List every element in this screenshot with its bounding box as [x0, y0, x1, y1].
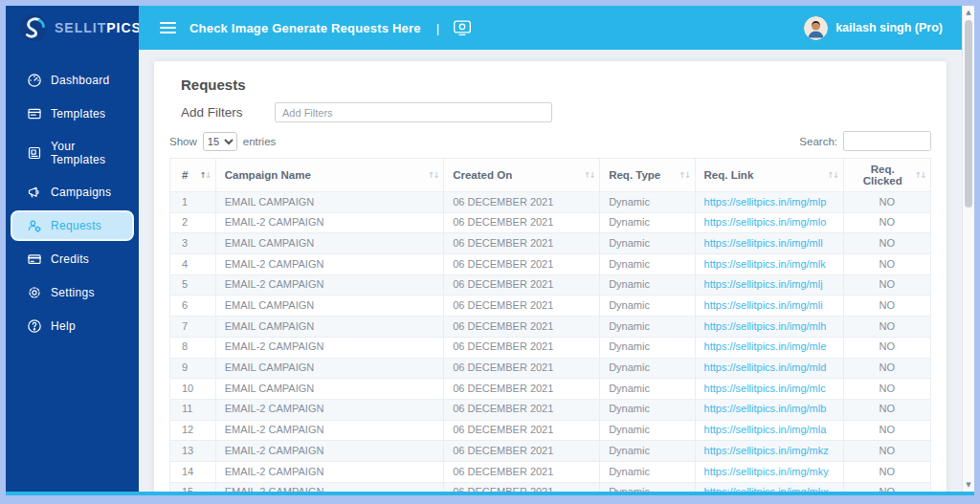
- user-menu[interactable]: kailash singh (Pro): [804, 16, 943, 40]
- row-number: 13: [170, 441, 216, 462]
- sidebar-item-templates[interactable]: Templates: [11, 99, 134, 129]
- vertical-scrollbar[interactable]: ▲ ▼: [962, 6, 974, 495]
- row-number: 7: [170, 317, 216, 338]
- table-row: 6EMAIL CAMPAIGN06 DECEMBER 2021Dynamicht…: [170, 296, 931, 317]
- scroll-up-icon[interactable]: ▲: [963, 7, 974, 18]
- image-generator-icon[interactable]: [453, 19, 472, 36]
- column-header[interactable]: #↑↓: [170, 159, 216, 192]
- row-number: 9: [170, 358, 216, 379]
- column-header[interactable]: Req. Link↑↓: [695, 159, 843, 192]
- sidebar-nav: DashboardTemplatesYour TemplatesCampaign…: [6, 65, 139, 344]
- req-link[interactable]: https://sellitpics.in/img/mlc: [704, 383, 826, 394]
- table-row: 3EMAIL CAMPAIGN06 DECEMBER 2021Dynamicht…: [170, 233, 931, 254]
- campaigns-icon: [27, 185, 42, 200]
- scrollbar-thumb[interactable]: [965, 20, 972, 208]
- campaign-name: EMAIL CAMPAIGN: [215, 317, 444, 338]
- req-link[interactable]: https://sellitpics.in/img/mlh: [704, 320, 827, 332]
- row-number: 2: [170, 212, 216, 233]
- req-link-cell: https://sellitpics.in/img/mli: [695, 296, 843, 317]
- sidebar-item-campaigns[interactable]: Campaigns: [11, 177, 134, 208]
- column-header[interactable]: Req. Clicked↑↓: [843, 159, 930, 192]
- campaign-name: EMAIL-2 CAMPAIGN: [215, 274, 444, 296]
- entries-select[interactable]: 15: [203, 132, 237, 151]
- column-header[interactable]: Req. Type↑↓: [600, 159, 695, 192]
- table-row: 2EMAIL-2 CAMPAIGN06 DECEMBER 2021Dynamic…: [170, 212, 931, 233]
- campaign-name: EMAIL-2 CAMPAIGN: [215, 254, 444, 275]
- column-header[interactable]: Created On↑↓: [444, 159, 600, 192]
- table-row: 11EMAIL-2 CAMPAIGN06 DECEMBER 2021Dynami…: [170, 399, 931, 420]
- req-link[interactable]: https://sellitpics.in/img/mlj: [704, 278, 823, 290]
- req-link-cell: https://sellitpics.in/img/mlp: [695, 192, 843, 213]
- sidebar-item-settings[interactable]: Settings: [11, 277, 134, 308]
- table-row: 5EMAIL-2 CAMPAIGN06 DECEMBER 2021Dynamic…: [170, 274, 931, 296]
- req-link[interactable]: https://sellitpics.in/img/mlk: [704, 258, 826, 270]
- row-number: 5: [170, 274, 216, 296]
- req-link[interactable]: https://sellitpics.in/img/mll: [704, 237, 823, 249]
- sidebar-item-requests[interactable]: Requests: [11, 210, 134, 241]
- brand-name: SELLITPICS: [55, 20, 142, 35]
- filters-label: Add Filters: [181, 105, 275, 120]
- sidebar-item-credits[interactable]: Credits: [11, 244, 134, 274]
- req-type: Dynamic: [600, 233, 695, 254]
- req-link-cell: https://sellitpics.in/img/mkz: [695, 441, 843, 462]
- sidebar-item-label: Campaigns: [51, 186, 111, 199]
- req-link-cell: https://sellitpics.in/img/mlh: [695, 317, 843, 338]
- row-number: 14: [170, 461, 216, 482]
- requests-table: #↑↓Campaign Name↑↓Created On↑↓Req. Type↑…: [169, 158, 931, 495]
- req-clicked: NO: [843, 399, 930, 420]
- top-header: Check Image Generate Requests Here | kai…: [139, 6, 962, 50]
- sort-icon: ↑↓: [428, 170, 438, 180]
- req-link[interactable]: https://sellitpics.in/img/mla: [704, 424, 827, 435]
- created-on: 06 DECEMBER 2021: [444, 337, 600, 358]
- req-type: Dynamic: [600, 254, 695, 275]
- header-divider: |: [436, 21, 439, 35]
- sidebar-item-dashboard[interactable]: Dashboard: [11, 65, 134, 96]
- req-link[interactable]: https://sellitpics.in/img/mle: [704, 340, 827, 352]
- req-link[interactable]: https://sellitpics.in/img/mkz: [704, 445, 829, 456]
- req-link-cell: https://sellitpics.in/img/mky: [695, 461, 843, 482]
- table-row: 12EMAIL-2 CAMPAIGN06 DECEMBER 2021Dynami…: [170, 420, 931, 441]
- table-row: 9EMAIL CAMPAIGN06 DECEMBER 2021Dynamicht…: [170, 358, 931, 379]
- req-link-cell: https://sellitpics.in/img/mlc: [695, 379, 843, 400]
- credits-icon: [27, 252, 42, 267]
- created-on: 06 DECEMBER 2021: [444, 274, 600, 296]
- row-number: 8: [170, 337, 216, 358]
- campaign-name: EMAIL-2 CAMPAIGN: [215, 399, 444, 420]
- sidebar-item-your-templates[interactable]: Your Templates: [11, 132, 134, 174]
- table-row: 1EMAIL CAMPAIGN06 DECEMBER 2021Dynamicht…: [170, 192, 931, 213]
- req-link[interactable]: https://sellitpics.in/img/mlo: [704, 216, 827, 228]
- search-input[interactable]: [843, 131, 931, 151]
- row-number: 1: [170, 192, 216, 213]
- req-clicked: NO: [843, 254, 930, 275]
- req-link[interactable]: https://sellitpics.in/img/mli: [704, 299, 823, 311]
- column-header[interactable]: Campaign Name↑↓: [215, 159, 444, 192]
- req-clicked: NO: [843, 274, 930, 296]
- req-link-cell: https://sellitpics.in/img/mlb: [695, 399, 843, 420]
- req-link[interactable]: https://sellitpics.in/img/mlp: [704, 196, 827, 208]
- sidebar-item-label: Settings: [51, 286, 95, 299]
- req-type: Dynamic: [600, 358, 695, 379]
- created-on: 06 DECEMBER 2021: [444, 233, 600, 254]
- table-controls: Show 15 entries Search:: [169, 131, 931, 151]
- table-row: 13EMAIL-2 CAMPAIGN06 DECEMBER 2021Dynami…: [170, 441, 931, 462]
- sidebar-item-label: Templates: [51, 107, 105, 121]
- req-type: Dynamic: [600, 420, 695, 441]
- sort-icon: ↑↓: [827, 170, 837, 180]
- req-clicked: NO: [843, 441, 930, 462]
- row-number: 3: [170, 233, 216, 254]
- brand-logo[interactable]: SELLITPICS: [6, 6, 139, 50]
- menu-toggle-icon[interactable]: [160, 22, 176, 33]
- dashboard-icon: [27, 73, 42, 88]
- sort-icon: ↑↓: [915, 170, 925, 180]
- user-name: kailash singh (Pro): [835, 21, 943, 34]
- sidebar-item-label: Dashboard: [51, 74, 109, 87]
- req-link[interactable]: https://sellitpics.in/img/mlb: [704, 403, 827, 414]
- campaign-name: EMAIL CAMPAIGN: [215, 233, 444, 254]
- req-link[interactable]: https://sellitpics.in/img/mky: [704, 466, 829, 477]
- sidebar-item-help[interactable]: Help: [11, 311, 134, 341]
- created-on: 06 DECEMBER 2021: [444, 192, 600, 213]
- sort-icon: ↑↓: [679, 170, 689, 180]
- req-link[interactable]: https://sellitpics.in/img/mld: [704, 362, 827, 373]
- filters-input[interactable]: [275, 102, 552, 122]
- scroll-down-icon[interactable]: ▼: [963, 479, 974, 491]
